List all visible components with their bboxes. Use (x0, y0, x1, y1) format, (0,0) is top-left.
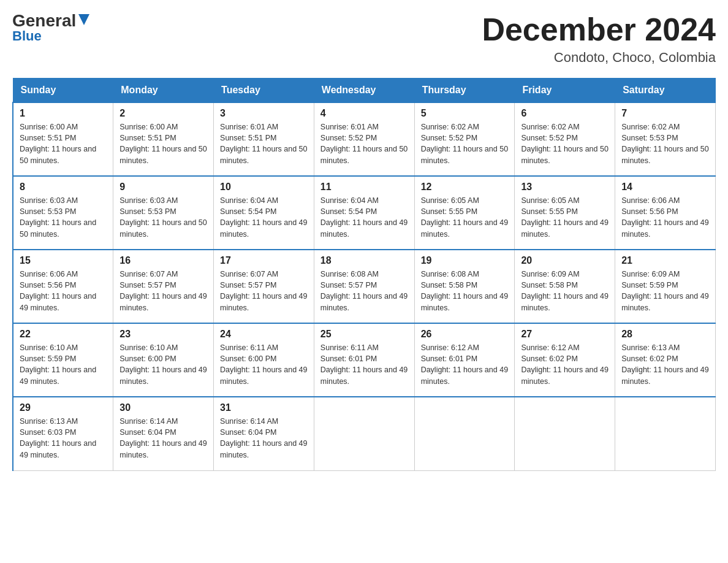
calendar-cell: 6 Sunrise: 6:02 AM Sunset: 5:52 PM Dayli… (515, 102, 615, 176)
week-row-2: 8 Sunrise: 6:03 AM Sunset: 5:53 PM Dayli… (13, 176, 716, 250)
day-info: Sunrise: 6:11 AM Sunset: 6:01 PM Dayligh… (320, 342, 408, 387)
week-row-3: 15 Sunrise: 6:06 AM Sunset: 5:56 PM Dayl… (13, 250, 716, 323)
header-row: SundayMondayTuesdayWednesdayThursdayFrid… (13, 79, 716, 103)
day-number: 12 (421, 182, 509, 193)
day-info: Sunrise: 6:13 AM Sunset: 6:02 PM Dayligh… (621, 342, 709, 387)
calendar-cell: 22 Sunrise: 6:10 AM Sunset: 5:59 PM Dayl… (13, 323, 113, 397)
day-number: 29 (20, 402, 107, 413)
calendar-cell: 28 Sunrise: 6:13 AM Sunset: 6:02 PM Dayl… (615, 323, 716, 397)
day-number: 26 (421, 329, 509, 340)
calendar-cell: 16 Sunrise: 6:07 AM Sunset: 5:57 PM Dayl… (113, 250, 214, 323)
header-day-monday: Monday (113, 79, 214, 103)
calendar-cell: 5 Sunrise: 6:02 AM Sunset: 5:52 PM Dayli… (414, 102, 515, 176)
header-day-friday: Friday (515, 79, 615, 103)
calendar-cell: 21 Sunrise: 6:09 AM Sunset: 5:59 PM Dayl… (615, 250, 716, 323)
day-number: 16 (119, 255, 207, 266)
day-number: 30 (119, 402, 207, 413)
day-info: Sunrise: 6:04 AM Sunset: 5:54 PM Dayligh… (320, 195, 408, 240)
calendar-cell: 31 Sunrise: 6:14 AM Sunset: 6:04 PM Dayl… (214, 397, 314, 470)
day-number: 3 (220, 108, 308, 119)
calendar-cell: 11 Sunrise: 6:04 AM Sunset: 5:54 PM Dayl… (314, 176, 414, 250)
day-number: 7 (621, 108, 709, 119)
day-info: Sunrise: 6:13 AM Sunset: 6:03 PM Dayligh… (20, 416, 107, 461)
location-title: Condoto, Choco, Colombia (482, 50, 716, 66)
day-number: 31 (220, 402, 308, 413)
day-number: 21 (621, 255, 709, 266)
calendar-cell: 29 Sunrise: 6:13 AM Sunset: 6:03 PM Dayl… (13, 397, 113, 470)
header-day-saturday: Saturday (615, 79, 716, 103)
day-info: Sunrise: 6:09 AM Sunset: 5:59 PM Dayligh… (621, 269, 709, 313)
day-info: Sunrise: 6:06 AM Sunset: 5:56 PM Dayligh… (20, 269, 107, 313)
day-info: Sunrise: 6:07 AM Sunset: 5:57 PM Dayligh… (220, 269, 308, 313)
header-day-wednesday: Wednesday (314, 79, 414, 103)
day-info: Sunrise: 6:05 AM Sunset: 5:55 PM Dayligh… (421, 195, 509, 240)
calendar-cell (515, 397, 615, 470)
day-info: Sunrise: 6:01 AM Sunset: 5:52 PM Dayligh… (320, 121, 408, 166)
day-info: Sunrise: 6:00 AM Sunset: 5:51 PM Dayligh… (20, 121, 107, 166)
day-number: 25 (320, 329, 408, 340)
week-row-5: 29 Sunrise: 6:13 AM Sunset: 6:03 PM Dayl… (13, 397, 716, 470)
day-number: 1 (20, 108, 107, 119)
logo: General Blue (12, 12, 91, 44)
day-info: Sunrise: 6:14 AM Sunset: 6:04 PM Dayligh… (119, 416, 207, 461)
day-number: 22 (20, 329, 107, 340)
day-number: 5 (421, 108, 509, 119)
header-day-sunday: Sunday (13, 79, 113, 103)
week-row-1: 1 Sunrise: 6:00 AM Sunset: 5:51 PM Dayli… (13, 102, 716, 176)
calendar-cell: 18 Sunrise: 6:08 AM Sunset: 5:57 PM Dayl… (314, 250, 414, 323)
header-day-thursday: Thursday (414, 79, 515, 103)
day-number: 20 (521, 255, 609, 266)
calendar-cell: 4 Sunrise: 6:01 AM Sunset: 5:52 PM Dayli… (314, 102, 414, 176)
day-info: Sunrise: 6:12 AM Sunset: 6:01 PM Dayligh… (421, 342, 509, 387)
calendar-cell: 1 Sunrise: 6:00 AM Sunset: 5:51 PM Dayli… (13, 102, 113, 176)
week-row-4: 22 Sunrise: 6:10 AM Sunset: 5:59 PM Dayl… (13, 323, 716, 397)
header-day-tuesday: Tuesday (214, 79, 314, 103)
day-info: Sunrise: 6:10 AM Sunset: 6:00 PM Dayligh… (119, 342, 207, 387)
calendar-cell (414, 397, 515, 470)
day-number: 8 (20, 182, 107, 193)
day-number: 18 (320, 255, 408, 266)
day-info: Sunrise: 6:08 AM Sunset: 5:58 PM Dayligh… (421, 269, 509, 313)
day-number: 17 (220, 255, 308, 266)
calendar-cell: 10 Sunrise: 6:04 AM Sunset: 5:54 PM Dayl… (214, 176, 314, 250)
day-number: 28 (621, 329, 709, 340)
day-info: Sunrise: 6:04 AM Sunset: 5:54 PM Dayligh… (220, 195, 308, 240)
header: General Blue December 2024 Condoto, Choc… (12, 12, 716, 66)
calendar-cell: 24 Sunrise: 6:11 AM Sunset: 6:00 PM Dayl… (214, 323, 314, 397)
day-number: 23 (119, 329, 207, 340)
calendar-cell: 19 Sunrise: 6:08 AM Sunset: 5:58 PM Dayl… (414, 250, 515, 323)
calendar-table: SundayMondayTuesdayWednesdayThursdayFrid… (12, 78, 716, 471)
day-number: 10 (220, 182, 308, 193)
day-info: Sunrise: 6:06 AM Sunset: 5:56 PM Dayligh… (621, 195, 709, 240)
day-number: 11 (320, 182, 408, 193)
day-info: Sunrise: 6:12 AM Sunset: 6:02 PM Dayligh… (521, 342, 609, 387)
day-info: Sunrise: 6:09 AM Sunset: 5:58 PM Dayligh… (521, 269, 609, 313)
day-number: 15 (20, 255, 107, 266)
day-number: 14 (621, 182, 709, 193)
calendar-cell: 7 Sunrise: 6:02 AM Sunset: 5:53 PM Dayli… (615, 102, 716, 176)
day-info: Sunrise: 6:14 AM Sunset: 6:04 PM Dayligh… (220, 416, 308, 461)
logo-triangle-icon (77, 13, 91, 26)
day-info: Sunrise: 6:00 AM Sunset: 5:51 PM Dayligh… (119, 121, 207, 166)
day-number: 9 (119, 182, 207, 193)
day-info: Sunrise: 6:10 AM Sunset: 5:59 PM Dayligh… (20, 342, 107, 387)
calendar-cell: 13 Sunrise: 6:05 AM Sunset: 5:55 PM Dayl… (515, 176, 615, 250)
month-title: December 2024 (482, 12, 716, 47)
day-number: 24 (220, 329, 308, 340)
logo-blue: Blue (12, 28, 42, 44)
svg-marker-0 (78, 14, 89, 25)
day-number: 6 (521, 108, 609, 119)
calendar-cell: 14 Sunrise: 6:06 AM Sunset: 5:56 PM Dayl… (615, 176, 716, 250)
day-info: Sunrise: 6:07 AM Sunset: 5:57 PM Dayligh… (119, 269, 207, 313)
day-info: Sunrise: 6:02 AM Sunset: 5:52 PM Dayligh… (521, 121, 609, 166)
day-number: 19 (421, 255, 509, 266)
day-number: 4 (320, 108, 408, 119)
day-info: Sunrise: 6:02 AM Sunset: 5:52 PM Dayligh… (421, 121, 509, 166)
calendar-cell: 9 Sunrise: 6:03 AM Sunset: 5:53 PM Dayli… (113, 176, 214, 250)
calendar-cell: 17 Sunrise: 6:07 AM Sunset: 5:57 PM Dayl… (214, 250, 314, 323)
calendar-cell: 27 Sunrise: 6:12 AM Sunset: 6:02 PM Dayl… (515, 323, 615, 397)
day-info: Sunrise: 6:08 AM Sunset: 5:57 PM Dayligh… (320, 269, 408, 313)
day-info: Sunrise: 6:02 AM Sunset: 5:53 PM Dayligh… (621, 121, 709, 166)
day-info: Sunrise: 6:03 AM Sunset: 5:53 PM Dayligh… (119, 195, 207, 240)
logo-general: General (12, 12, 76, 29)
